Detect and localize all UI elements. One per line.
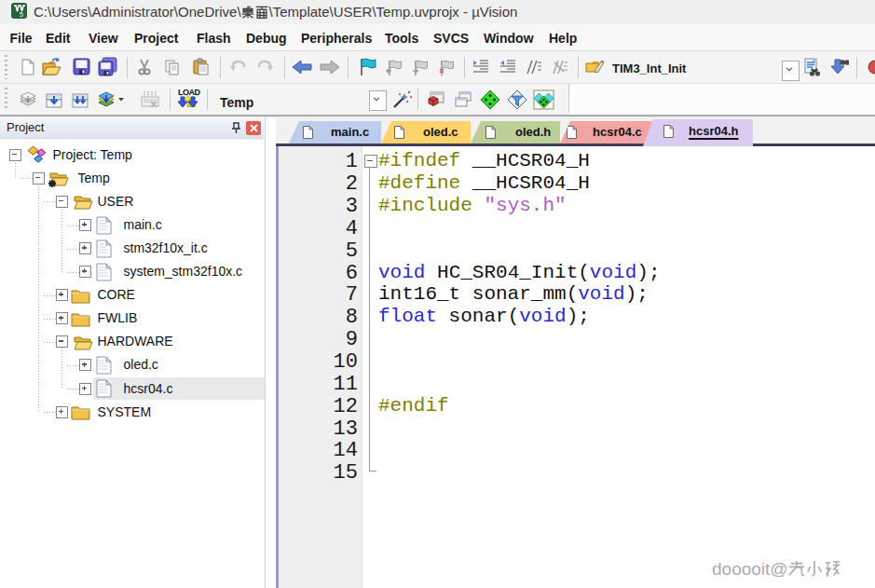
svg-text:5: 5 <box>20 11 23 18</box>
svg-text:LOAD: LOAD <box>178 88 200 97</box>
